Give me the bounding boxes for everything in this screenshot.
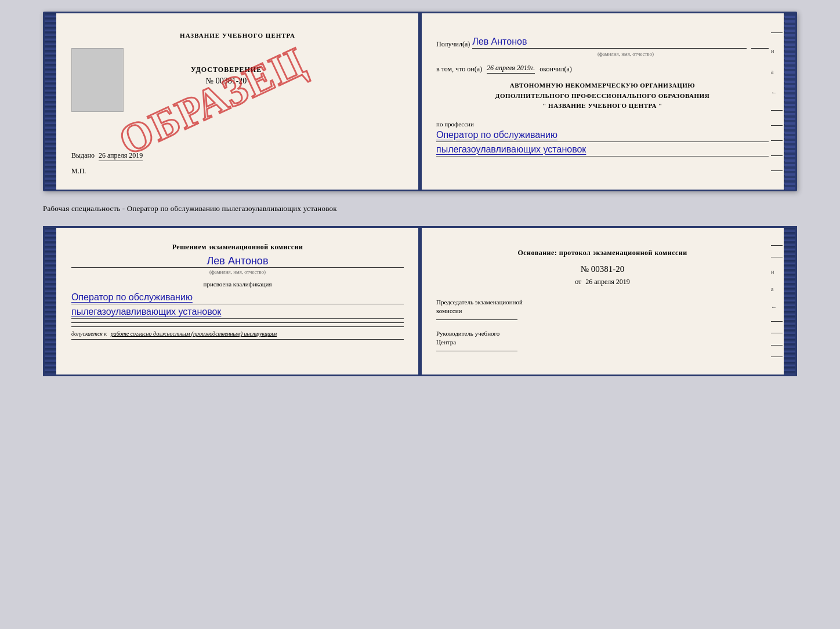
mp-label: М.П. [71, 167, 404, 176]
lower-fio-label: (фамилия, имя, отчество) [71, 267, 404, 275]
lower-side-label-arrow: ← [771, 304, 783, 310]
org-line3: " НАЗВАНИЕ УЧЕБНОГО ЦЕНТРА " [436, 101, 769, 111]
okonchil-label: окончил(а) [540, 65, 571, 74]
predsedatel-label2: комиссии [436, 307, 462, 314]
lower-side-dash-1 [771, 245, 783, 246]
recipient-name: Лев Антонов [472, 37, 747, 49]
predsedatel-label1: Председатель экзаменационной [436, 299, 523, 306]
predsedatel-label: Председатель экзаменационной комиссии [436, 298, 769, 316]
lower-spine-right [784, 228, 795, 375]
doc-title: УДОСТОВЕРЕНИЕ [191, 66, 262, 74]
poluchil-line: Получил(а) Лев Антонов [436, 37, 769, 49]
separator-line-1 [71, 322, 404, 323]
photo-placeholder [71, 48, 124, 112]
side-dash-5 [771, 155, 783, 156]
side-dashes-right: и а ← [771, 13, 783, 190]
lower-side-label-a: а [771, 286, 783, 292]
lower-person-name: Лев Антонов [71, 255, 404, 267]
rukovoditel-label2: Центра [436, 339, 456, 346]
org-block: АВТОНОМНУЮ НЕКОММЕРЧЕСКУЮ ОРГАНИЗАЦИЮ ДО… [436, 81, 769, 111]
prisvoena-label: присвоена квалификация [71, 281, 404, 288]
profession-line2: пылегазоулавливающих установок [436, 144, 769, 157]
lower-side-dash-2 [771, 257, 783, 257]
side-label-i: и [771, 48, 783, 54]
lower-side-label-i: и [771, 268, 783, 275]
upper-right-content: Получил(а) Лев Антонов (фамилия, имя, от… [436, 37, 779, 157]
ot-label: от [575, 278, 581, 286]
lower-right-page: Основание: протокол экзаменационной коми… [420, 228, 795, 375]
kvalif-line2: пылегазоулавливающих установок [71, 307, 404, 319]
dash-after-name [751, 38, 769, 49]
osnovanie-label: Основание: протокол экзаменационной коми… [436, 249, 769, 257]
lower-side-dash-5 [771, 345, 783, 346]
lower-left-content: Решением экзаменационной комиссии Лев Ан… [61, 242, 404, 340]
lower-side-dash-4 [771, 333, 783, 333]
upper-right-page: Получил(а) Лев Антонов (фамилия, имя, от… [420, 13, 795, 190]
side-dash-2 [771, 110, 783, 111]
vtom-label: в том, что он(а) [436, 65, 482, 74]
spine-left-decoration [45, 13, 56, 190]
lower-side-dashes: и а ← [771, 228, 783, 375]
predsedatel-signature-line [436, 319, 517, 320]
side-dash [771, 32, 783, 33]
vydano-label: Выдано [71, 151, 95, 159]
middle-specialty-text: Рабочая специальность - Оператор по обсл… [43, 204, 797, 213]
lower-left-page: Решением экзаменационной комиссии Лев Ан… [45, 228, 420, 375]
org-line2: ДОПОЛНИТЕЛЬНОГО ПРОФЕССИОНАЛЬНОГО ОБРАЗО… [436, 91, 769, 101]
dopusk-text: допускается к работе согласно должностны… [71, 330, 404, 337]
vydano-block: Выдано 26 апреля 2019 [71, 151, 404, 160]
commission-text: Решением экзаменационной комиссии [71, 242, 404, 253]
upper-certificate-book: НАЗВАНИЕ УЧЕБНОГО ЦЕНТРА УДОСТОВЕРЕНИЕ №… [43, 12, 797, 191]
dopuskaetsya-prefix: допускается к [71, 330, 107, 337]
fio-label-upper: (фамилия, имя, отчество) [483, 51, 769, 57]
protocol-number: № 00381-20 [436, 264, 769, 274]
vtom-date: 26 апреля 2019г. [487, 64, 535, 74]
rukovoditel-signature-line [436, 351, 517, 351]
lower-right-content: Основание: протокол экзаменационной коми… [436, 249, 779, 351]
rukovoditel-label: Руководитель учебного Центра [436, 329, 769, 347]
school-name-header: НАЗВАНИЕ УЧЕБНОГО ЦЕНТРА [71, 32, 404, 39]
ot-date-value: 26 апреля 2019 [585, 278, 629, 286]
udostoverenie-block: УДОСТОВЕРЕНИЕ № 00381-20 [191, 66, 262, 86]
lower-certificate-section: Решением экзаменационной комиссии Лев Ан… [43, 226, 797, 376]
lower-side-dash-3 [771, 321, 783, 322]
side-dash-4 [771, 140, 783, 141]
profession-line1: Оператор по обслуживанию [436, 130, 769, 142]
upper-certificate-section: НАЗВАНИЕ УЧЕБНОГО ЦЕНТРА УДОСТОВЕРЕНИЕ №… [43, 12, 797, 191]
po-professii-label: по профессии [436, 121, 769, 128]
separator-line-3 [71, 339, 404, 340]
doc-number: № 00381-20 [191, 77, 262, 86]
rukovoditel-label1: Руководитель учебного [436, 330, 499, 337]
lower-side-dash-6 [771, 357, 783, 357]
lower-spine-left [45, 228, 56, 375]
vtom-line: в том, что он(а) 26 апреля 2019г. окончи… [436, 64, 769, 74]
upper-left-content: НАЗВАНИЕ УЧЕБНОГО ЦЕНТРА УДОСТОВЕРЕНИЕ №… [61, 32, 404, 176]
poluchil-label: Получил(а) [436, 40, 470, 49]
lower-certificate-book: Решением экзаменационной комиссии Лев Ан… [43, 226, 797, 376]
ot-date: от 26 апреля 2019 [436, 278, 769, 286]
side-label-a: а [771, 68, 783, 75]
side-dash-3 [771, 125, 783, 126]
separator-line-2 [71, 326, 404, 327]
middle-text-section: Рабочая специальность - Оператор по обсл… [43, 198, 797, 219]
upper-left-page: НАЗВАНИЕ УЧЕБНОГО ЦЕНТРА УДОСТОВЕРЕНИЕ №… [45, 13, 420, 190]
org-line1: АВТОНОМНУЮ НЕКОММЕРЧЕСКУЮ ОРГАНИЗАЦИЮ [436, 81, 769, 91]
vydano-date: 26 апреля 2019 [99, 151, 143, 161]
kvalif-line1: Оператор по обслуживанию [71, 292, 404, 304]
dopusk-italics: работе согласно должностным (производств… [111, 330, 277, 337]
side-label-arrow: ← [771, 89, 783, 96]
spine-right-decoration [784, 13, 795, 190]
side-dash-6 [771, 170, 783, 171]
